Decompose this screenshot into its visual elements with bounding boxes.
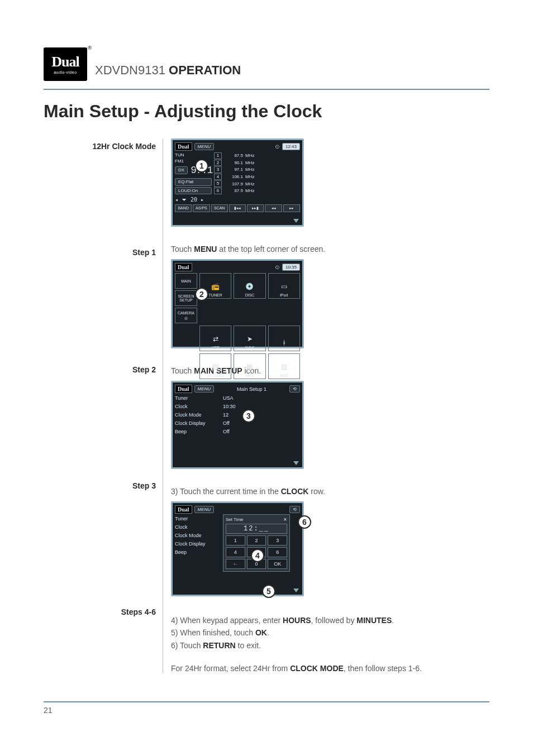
key-back[interactable]: ← [226,559,245,569]
tuner-icon: 📻 [211,281,221,291]
row-tuner: Tuner [175,516,220,521]
preset-unit: MHz [245,167,254,172]
preset-unit: MHz [245,188,254,193]
prev-track-button[interactable]: ▮◂◂ [229,204,246,212]
next-track-button[interactable]: ▸▸▮ [247,204,264,212]
page-footer: 21 [44,701,489,715]
ipod-icon: ▭ [279,281,289,291]
scroll-down-icon[interactable] [293,588,299,592]
row-clock-display: Clock Display [175,541,220,547]
row-clock-mode: Clock Mode [175,533,220,538]
brand-row: ® Dual audio·video XDVDN9131 OPERATION [44,47,489,81]
step3-text: 3) Touch the current time in the CLOCK r… [171,487,489,496]
preset-freq: 87.5 [224,188,243,193]
preset-num[interactable]: 1 [214,152,222,159]
note-24hr: For 24Hr format, select 24Hr from CLOCK … [171,664,489,673]
row-beep: Beep [175,549,220,555]
preset-freq: 87.5 [224,153,243,158]
volume-indicator[interactable]: ◂ ⏷ 20 ▸ [175,197,212,203]
return-button[interactable]: ⟲ [289,506,300,514]
key-2[interactable]: 2 [247,535,266,546]
preset-list: 187.5MHz 290.1MHz 397.1MHz 4106.1MHz 510… [214,152,300,195]
preset-freq: 107.9 [224,181,243,186]
menu-button[interactable]: MENU [194,143,215,151]
model-number: XDVDN9131 [95,63,165,77]
registered-mark: ® [88,45,92,51]
scan-button[interactable]: SCAN [211,204,228,212]
preset-freq: 90.1 [224,160,243,165]
clock-icon: ⏲ [275,265,280,270]
preset-unit: MHz [245,160,254,165]
keypad-title: Set Time [226,517,244,522]
bluetooth-icon: ᚼ [279,338,289,348]
row-clock[interactable]: Clock10:30 [175,404,300,409]
usb-icon: ⇄ [211,334,221,344]
tile-navi[interactable]: ➤NAVI [234,326,265,351]
side-main-button[interactable]: MAIN [175,273,197,289]
preset-freq: 97.1 [224,167,243,172]
brand-logo: ® Dual audio·video [44,47,87,81]
brand-subtitle: audio·video [54,70,77,74]
sdcard-icon: ▤ [211,362,221,372]
key-1[interactable]: 1 [226,535,245,546]
key-3[interactable]: 3 [268,535,287,546]
av1-icon: ▦ [245,362,255,372]
side-setup-button[interactable]: SCREEN SETUP [175,290,197,306]
callout-1: 1 [195,159,208,173]
tile-bluetooth[interactable]: ᚼ [268,326,300,351]
key-ok[interactable]: OK [268,559,287,569]
preset-num[interactable]: 3 [214,166,222,173]
eq-badge[interactable]: EQ:Flat [175,178,212,186]
forward-button[interactable]: ▸▸ [283,204,300,212]
page-title: Main Setup - Adjusting the Clock [44,101,489,122]
callout-6: 6 [298,515,311,529]
callout-4: 4 [251,549,264,562]
av2-icon: ▧ [279,362,289,372]
keypad-display: 12:__ [226,524,287,534]
dual-badge: Dual [175,263,192,271]
preset-unit: MHz [245,174,254,179]
return-button[interactable]: ⟲ [289,385,300,393]
callout-3: 3 [242,409,255,423]
rewind-button[interactable]: ◂◂ [265,204,282,212]
tile-av1[interactable]: ▦AV/1 [234,353,265,379]
clock-icon: ⏲ [275,144,280,150]
disc-icon: 💿 [245,281,255,291]
row-clock-mode[interactable]: Clock Mode12 [175,412,300,418]
side-camera-button[interactable]: CAMERA ◎ [175,308,197,323]
asps-button[interactable]: AS/PS [193,204,210,212]
tile-usb[interactable]: ⇄USB [199,326,231,351]
tile-sdcard[interactable]: ▤SD CARD [199,353,231,379]
row-beep[interactable]: BeepOff [175,429,300,434]
camera-icon: ◎ [184,316,188,320]
label-steps46: Steps 4-6 [44,607,156,616]
row-clock: Clock [175,524,220,530]
label-clock-mode: 12Hr Clock Mode [44,142,156,151]
key-6[interactable]: 6 [268,547,287,557]
key-4[interactable]: 4 [226,547,245,557]
tile-ipod[interactable]: ▭iPod [268,273,300,299]
dx-badge[interactable]: DX [175,166,188,174]
steps46-text: 4) When keypad appears, enter HOURS, fol… [171,614,489,652]
label-step1: Step 1 [44,248,156,257]
keypad-close-button[interactable]: ✕ [283,517,287,522]
row-clock-display[interactable]: Clock DisplayOff [175,420,300,426]
clock-time: 12:43 [282,143,300,151]
preset-num[interactable]: 2 [214,160,222,166]
tile-disc[interactable]: 💿DISC [234,273,265,299]
clock-time: 10:35 [282,264,300,271]
dual-badge: Dual [175,142,192,151]
row-tuner[interactable]: TunerUSA [175,395,300,401]
menu-button[interactable]: MENU [194,385,215,393]
band-button[interactable]: BAND [175,204,192,212]
scroll-down-icon[interactable] [293,461,299,465]
loud-badge[interactable]: LOUD:On [175,187,212,195]
tile-av2[interactable]: ▧AV/2 [268,353,300,379]
preset-unit: MHz [245,153,254,158]
menu-button[interactable]: MENU [194,506,215,514]
preset-num[interactable]: 4 [214,174,222,180]
screenshot-tuner: Dual MENU ⏲ 12:43 TUN FM1 DX 97.1 [171,138,304,227]
preset-num[interactable]: 5 [214,180,222,187]
preset-num[interactable]: 6 [214,188,222,194]
scroll-down-icon[interactable] [293,219,299,223]
